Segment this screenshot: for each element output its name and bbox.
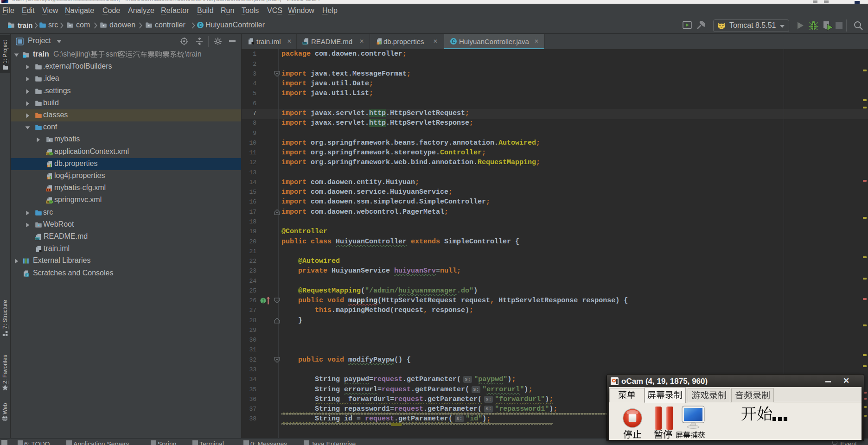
svg-text:MD: MD	[303, 42, 306, 44]
svg-text:C: C	[198, 23, 202, 28]
svg-text:C: C	[452, 39, 455, 44]
svg-text:MD: MD	[35, 237, 39, 240]
